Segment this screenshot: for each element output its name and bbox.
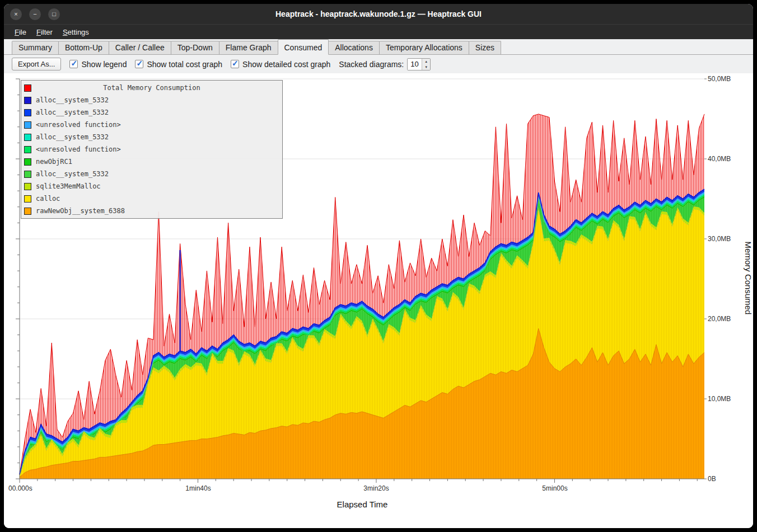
chart-legend: Total Memory Consumption alloc__system_5…	[21, 80, 283, 219]
tab-caller-callee[interactable]: Caller / Callee	[109, 41, 171, 54]
window-controls: × − □	[10, 8, 60, 20]
y-tick-20: 20,0MB	[708, 315, 731, 323]
tab-consumed[interactable]: Consumed	[278, 39, 329, 55]
stacked-diagrams-control: Stacked diagrams: ▲ ▼	[339, 58, 431, 70]
legend-item: alloc__system_5332	[21, 106, 282, 119]
legend-item: alloc__system_5332	[21, 131, 282, 143]
x-tick-2: 3min20s	[363, 484, 389, 492]
checkbox-box[interactable]: ✓	[69, 60, 78, 68]
checkbox-box[interactable]: ✓	[231, 60, 239, 68]
show-detailed-cost-label: Show detailed cost graph	[242, 60, 330, 69]
legend-label: rawNewObj__system_6388	[36, 207, 125, 215]
y-tick-0: 0B	[708, 475, 716, 483]
tab-bottom-up[interactable]: Bottom-Up	[58, 41, 109, 54]
legend-swatch	[24, 121, 31, 129]
show-legend-label: Show legend	[81, 60, 127, 69]
legend-item: <unresolved function>	[21, 143, 282, 156]
legend-label: alloc__system_5332	[36, 170, 109, 178]
tab-top-down[interactable]: Top-Down	[171, 41, 219, 54]
legend-label: sqlite3MemMalloc	[36, 182, 101, 190]
legend-item: <unresolved function>	[21, 119, 282, 131]
titlebar: × − □ Heaptrack - heaptrack.wakunode.1.g…	[4, 4, 753, 24]
legend-title: Total Memory Consumption	[21, 84, 282, 92]
legend-label: alloc__system_5332	[36, 109, 109, 116]
legend-label: calloc	[36, 195, 60, 203]
spin-up-icon[interactable]: ▲	[422, 59, 430, 64]
legend-item: newObjRC1	[21, 156, 282, 168]
legend-label: <unresolved function>	[36, 121, 121, 129]
chart-area: 50,0MB 40,0MB 30,0MB 20,0MB 10,0MB 0B 00…	[4, 73, 753, 528]
menu-filter[interactable]: Filter	[31, 26, 58, 38]
legend-label: newObjRC1	[36, 158, 72, 166]
show-detailed-cost-checkbox[interactable]: ✓ Show detailed cost graph	[231, 60, 330, 69]
minimize-icon[interactable]: −	[29, 8, 41, 20]
tab-temporary-allocations[interactable]: Temporary Allocations	[379, 41, 469, 54]
legend-item: rawNewObj__system_6388	[21, 205, 282, 217]
legend-swatch	[24, 134, 31, 141]
checkmark-icon: ✓	[136, 59, 143, 68]
legend-swatch	[24, 109, 31, 116]
legend-swatch	[24, 183, 31, 190]
x-axis-title: Elapsed Time	[337, 500, 388, 509]
legend-swatch	[24, 146, 31, 153]
y-axis-title: Memory Consumed	[744, 242, 753, 315]
toolbar: Export As... ✓ Show legend ✓ Show total …	[4, 55, 753, 73]
x-tick-0: 00.000s	[8, 484, 32, 492]
checkmark-icon: ✓	[232, 59, 239, 68]
stacked-diagrams-label: Stacked diagrams:	[339, 60, 404, 69]
legend-swatch	[24, 171, 31, 178]
spinbox-arrows: ▲ ▼	[422, 59, 430, 70]
legend-swatch	[24, 97, 31, 104]
legend-item: calloc	[21, 192, 282, 205]
export-as-button[interactable]: Export As...	[12, 58, 61, 70]
app-window: × − □ Heaptrack - heaptrack.wakunode.1.g…	[4, 4, 753, 528]
tab-allocations[interactable]: Allocations	[328, 41, 380, 54]
show-legend-checkbox[interactable]: ✓ Show legend	[69, 60, 127, 69]
maximize-icon[interactable]: □	[48, 8, 60, 20]
y-tick-30: 30,0MB	[708, 235, 731, 243]
x-tick-1: 1min40s	[185, 484, 211, 492]
legend-swatch	[24, 208, 31, 215]
legend-item: alloc__system_5332	[21, 168, 282, 180]
legend-swatch	[24, 195, 31, 203]
menu-file[interactable]: File	[10, 26, 31, 38]
x-tick-3: 5min00s	[542, 484, 567, 492]
menubar: File Filter Settings	[4, 24, 753, 39]
stacked-diagrams-input[interactable]	[408, 59, 422, 70]
tab-flame-graph[interactable]: Flame Graph	[219, 41, 278, 54]
tab-summary[interactable]: Summary	[12, 41, 59, 54]
close-icon[interactable]: ×	[10, 8, 22, 20]
y-tick-10: 10,0MB	[708, 395, 731, 403]
legend-item: sqlite3MemMalloc	[21, 180, 282, 192]
legend-label: alloc__system_5332	[36, 96, 109, 104]
legend-title-row: Total Memory Consumption	[21, 82, 282, 94]
checkbox-box[interactable]: ✓	[135, 60, 143, 68]
checkmark-icon: ✓	[71, 59, 77, 68]
y-tick-50: 50,0MB	[708, 75, 731, 83]
tab-sizes[interactable]: Sizes	[469, 41, 501, 54]
show-total-cost-label: Show total cost graph	[147, 60, 222, 69]
legend-label: alloc__system_5332	[36, 133, 109, 141]
legend-label: <unresolved function>	[36, 145, 121, 153]
window-title: Heaptrack - heaptrack.wakunode.1.gz — He…	[4, 10, 753, 18]
y-tick-40: 40,0MB	[708, 155, 731, 163]
show-total-cost-checkbox[interactable]: ✓ Show total cost graph	[135, 60, 222, 69]
menu-settings[interactable]: Settings	[58, 26, 94, 38]
legend-swatch	[24, 158, 31, 166]
legend-item: alloc__system_5332	[21, 94, 282, 106]
tab-bar: Summary Bottom-Up Caller / Callee Top-Do…	[4, 39, 753, 55]
stacked-diagrams-spinbox[interactable]: ▲ ▼	[407, 58, 431, 70]
spin-down-icon[interactable]: ▼	[422, 64, 430, 70]
